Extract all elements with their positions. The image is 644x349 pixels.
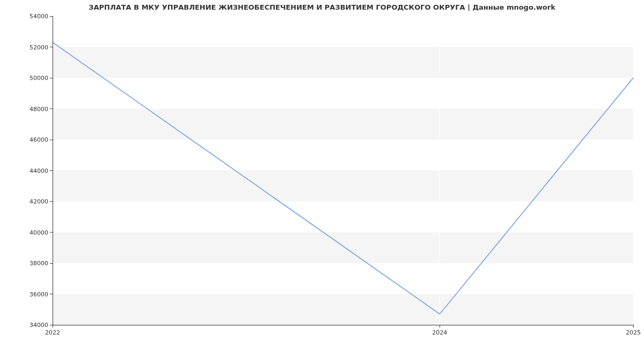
y-tick-label: 34000 [30, 322, 48, 329]
x-tick-label: 2025 [626, 329, 641, 336]
grid-band [53, 140, 633, 171]
y-tick-label: 52000 [30, 44, 48, 51]
chart-svg: 3400036000380004000042000440004600048000… [0, 0, 644, 349]
y-tick-label: 48000 [30, 106, 48, 113]
grid-band [53, 263, 633, 294]
x-tick-label: 2022 [45, 329, 60, 336]
y-tick-label: 38000 [30, 260, 48, 267]
x-tick-label: 2024 [432, 329, 447, 336]
y-tick-label: 40000 [30, 229, 48, 236]
y-tick-label: 50000 [30, 75, 48, 82]
chart-container: ЗАРПЛАТА В МКУ УПРАВЛЕНИЕ ЖИЗНЕОБЕСПЕЧЕН… [0, 0, 644, 349]
y-tick-label: 42000 [30, 198, 48, 205]
y-tick-label: 46000 [30, 136, 48, 143]
chart-title: ЗАРПЛАТА В МКУ УПРАВЛЕНИЕ ЖИЗНЕОБЕСПЕЧЕН… [0, 3, 644, 11]
grid-band [53, 78, 633, 109]
y-tick-label: 44000 [30, 168, 48, 174]
grid-band [53, 16, 633, 47]
grid-band [53, 201, 633, 232]
y-tick-label: 36000 [30, 291, 48, 298]
y-tick-label: 54000 [30, 13, 48, 20]
